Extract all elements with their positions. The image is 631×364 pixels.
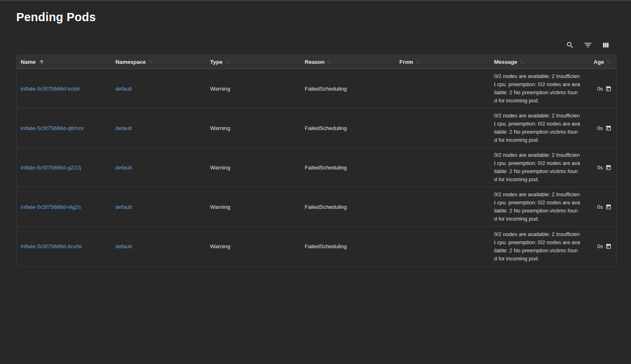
sort-icon: ↑↓ (327, 60, 332, 65)
namespace-link[interactable]: default (115, 125, 132, 131)
filter-icon (583, 41, 592, 50)
message-cell: 0/2 nodes are available: 2 Insufficient … (490, 227, 585, 266)
type-cell: Warning (206, 187, 301, 227)
pod-name-cell: inflate-5c5f75666d-t4g2s (17, 187, 111, 227)
namespace-cell: default (111, 108, 206, 148)
column-label: Namespace (115, 59, 146, 65)
calendar-icon (605, 204, 611, 210)
sort-icon: ↑↓ (149, 60, 153, 65)
calendar-icon (605, 86, 611, 92)
pod-name-link[interactable]: inflate-5c5f75666d-q6mzx (21, 125, 84, 131)
table-toolbar (0, 40, 611, 50)
pod-name-cell: inflate-5c5f75666d-8cvhk (17, 227, 111, 266)
pod-name-link[interactable]: inflate-5c5f75666d-g222j (21, 165, 81, 171)
pod-name-link[interactable]: inflate-5c5f75666d-t4g2s (21, 204, 81, 210)
table-row: inflate-5c5f75666d-g222j default Warning… (17, 148, 616, 187)
message-cell: 0/2 nodes are available: 2 Insufficient … (490, 108, 585, 148)
namespace-cell: default (111, 148, 206, 187)
reason-cell: FailedScheduling (301, 187, 395, 227)
pod-name-link[interactable]: inflate-5c5f75666d-kclzk (21, 86, 80, 92)
window-top-edge (0, 0, 631, 2)
sort-ascending-icon (39, 59, 45, 65)
namespace-link[interactable]: default (115, 204, 132, 210)
age-value: 0s (597, 86, 603, 92)
column-label: Reason (305, 59, 325, 65)
column-label: Message (494, 59, 517, 65)
type-cell: Warning (206, 227, 301, 266)
age-cell: 0s (585, 69, 616, 108)
table-row: inflate-5c5f75666d-kclzk default Warning… (17, 69, 616, 108)
column-label: Name (21, 59, 36, 65)
column-header[interactable]: Name ↑↓ (17, 55, 111, 69)
from-cell (395, 69, 490, 108)
namespace-cell: default (111, 69, 206, 108)
namespace-cell: default (111, 187, 206, 227)
age-value: 0s (597, 125, 603, 131)
column-header[interactable]: Age ↑↓ (585, 55, 616, 69)
table-header: Name ↑↓ Namespace ↑↓ Type ↑↓ Reason (17, 55, 616, 69)
calendar-icon (605, 125, 611, 131)
calendar-icon (605, 165, 611, 171)
type-cell: Warning (206, 69, 301, 108)
pod-name-cell: inflate-5c5f75666d-kclzk (17, 69, 111, 108)
page-title: Pending Pods (16, 10, 631, 24)
table-row: inflate-5c5f75666d-q6mzx default Warning… (17, 108, 616, 148)
age-value: 0s (597, 243, 603, 249)
type-cell: Warning (206, 108, 301, 148)
search-button[interactable] (565, 40, 575, 50)
pod-name-cell: inflate-5c5f75666d-q6mzx (17, 108, 111, 148)
column-label: Type (210, 59, 223, 65)
namespace-link[interactable]: default (115, 243, 132, 249)
table-row: inflate-5c5f75666d-8cvhk default Warning… (17, 227, 616, 266)
type-cell: Warning (206, 148, 301, 187)
age-value: 0s (597, 165, 603, 171)
table-row: inflate-5c5f75666d-t4g2s default Warning… (17, 187, 616, 227)
from-cell (395, 227, 490, 266)
column-header[interactable]: Message ↑↓ (490, 55, 585, 69)
sort-icon: ↑↓ (416, 60, 420, 65)
namespace-link[interactable]: default (115, 86, 132, 92)
sort-icon: ↑↓ (226, 60, 230, 65)
columns-button[interactable] (601, 40, 611, 50)
search-icon (566, 41, 574, 49)
age-cell: 0s (585, 108, 616, 148)
message-cell: 0/2 nodes are available: 2 Insufficient … (490, 69, 585, 108)
age-value: 0s (597, 204, 603, 210)
pod-name-cell: inflate-5c5f75666d-g222j (17, 148, 111, 187)
column-label: Age (594, 59, 604, 65)
namespace-link[interactable]: default (115, 165, 132, 171)
column-label: From (399, 59, 413, 65)
column-header[interactable]: Reason ↑↓ (301, 55, 395, 69)
from-cell (395, 187, 490, 227)
filter-button[interactable] (583, 40, 593, 50)
column-header[interactable]: Type ↑↓ (206, 55, 301, 69)
calendar-icon (605, 243, 611, 249)
age-cell: 0s (585, 148, 616, 187)
column-header[interactable]: From ↑↓ (395, 55, 490, 69)
column-header[interactable]: Namespace ↑↓ (111, 55, 206, 69)
from-cell (395, 108, 490, 148)
reason-cell: FailedScheduling (301, 108, 395, 148)
age-cell: 0s (585, 187, 616, 227)
namespace-cell: default (111, 227, 206, 266)
sort-icon: ↑↓ (607, 60, 611, 65)
pending-pods-table: Name ↑↓ Namespace ↑↓ Type ↑↓ Reason (16, 55, 617, 266)
pod-name-link[interactable]: inflate-5c5f75666d-8cvhk (21, 243, 82, 249)
sort-icon: ↑↓ (520, 60, 524, 65)
message-cell: 0/2 nodes are available: 2 Insufficient … (490, 148, 585, 187)
from-cell (395, 148, 490, 187)
reason-cell: FailedScheduling (301, 148, 395, 187)
view-columns-icon (602, 41, 610, 49)
message-cell: 0/2 nodes are available: 2 Insufficient … (490, 187, 585, 227)
reason-cell: FailedScheduling (301, 227, 395, 266)
age-cell: 0s (585, 227, 616, 266)
reason-cell: FailedScheduling (301, 69, 395, 108)
